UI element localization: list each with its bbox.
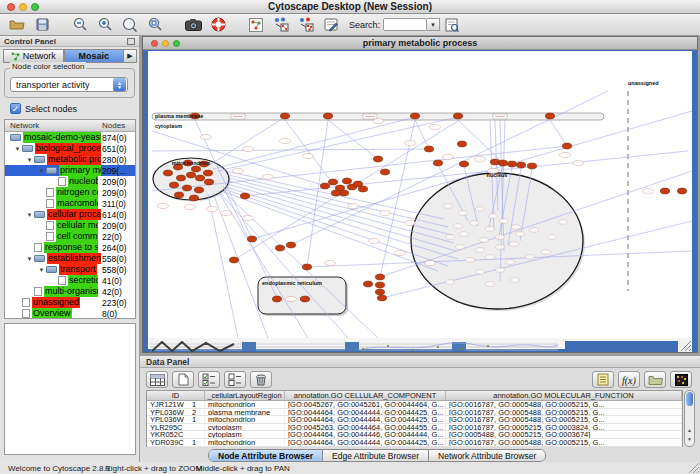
tree-row-multi-organism-pro[interactable]: multi-organism pro42(0) xyxy=(5,286,135,297)
region-label-nucleus: nucleus xyxy=(487,172,508,178)
blank-document-icon xyxy=(178,373,189,386)
graph-node xyxy=(527,163,536,169)
snapshot-button[interactable] xyxy=(182,15,204,34)
table-row-YLR295C[interactable]: YLR295Ccytoplasm[GO:0045263, GO:0044464,… xyxy=(147,424,682,432)
tree-expander-icon[interactable]: ▼ xyxy=(13,146,22,152)
delete-attribute-button[interactable] xyxy=(250,371,272,388)
table-vertical-scrollbar[interactable]: ▲ ▼ xyxy=(684,390,695,447)
scroll-down-arrow[interactable]: ▼ xyxy=(686,436,693,442)
open-session-button[interactable] xyxy=(6,15,28,34)
tree-row-mosaic-demo-yeast[interactable]: mosaic-demo-yeast874(0) xyxy=(5,132,135,143)
tab-node-attribute-browser[interactable]: Node Attribute Browser xyxy=(209,450,323,461)
tree-row-response-to-stimulu[interactable]: response to stimulu264(0) xyxy=(5,242,135,253)
table-row-YPL036W__1[interactable]: YPL036W__1mitochondrion[GO:0044464, GO:0… xyxy=(147,416,682,424)
tab-network[interactable]: Network xyxy=(3,49,64,63)
select-attributes-button[interactable] xyxy=(198,371,220,388)
graph-node xyxy=(194,187,203,193)
tree-row-biological-process[interactable]: ▼biological_process651(0) xyxy=(5,143,135,154)
column-header-0[interactable]: ID xyxy=(147,391,205,400)
zoom-fit-button[interactable] xyxy=(144,15,166,34)
tab-edge-attribute-browser[interactable]: Edge Attribute Browser xyxy=(323,450,429,461)
search-input[interactable] xyxy=(383,18,427,31)
zoom-in-button[interactable] xyxy=(94,15,116,34)
graph-node xyxy=(375,282,384,288)
graph-node xyxy=(498,160,507,166)
network-window-titlebar[interactable]: primary metabolic process xyxy=(143,37,697,50)
tree-expander-icon[interactable]: ▼ xyxy=(25,212,34,218)
layout-red-button[interactable] xyxy=(295,15,317,34)
region-label-cytoplasm: cytoplasm xyxy=(155,123,182,129)
column-header-1[interactable]: _cellularLayoutRegion xyxy=(205,391,285,400)
search-options-button[interactable] xyxy=(443,15,461,34)
help-button[interactable] xyxy=(207,15,229,34)
scroll-up-arrow[interactable]: ▲ xyxy=(686,427,693,433)
tree-row-cell-communicat[interactable]: cell communicat22(0) xyxy=(5,231,135,242)
tree-row-node-count: 41(0) xyxy=(102,276,122,286)
attribute-table-header[interactable]: ID_cellularLayoutRegionannotation.GO CEL… xyxy=(147,391,682,401)
network-canvas[interactable]: plasma membranecytoplasmunassignedmitoch… xyxy=(148,51,692,338)
graph-node xyxy=(375,274,384,280)
tree-column-headers[interactable]: Network Nodes xyxy=(5,120,135,132)
tree-expander-icon[interactable]: ▼ xyxy=(37,168,46,174)
network-overview-button[interactable] xyxy=(245,15,267,34)
tree-row-secretion[interactable]: secretion41(0) xyxy=(5,275,135,286)
graph-node xyxy=(191,166,200,172)
zoom-out-button[interactable] xyxy=(69,15,91,34)
table-cell: YLR295C xyxy=(147,424,205,431)
select-nodes-checkbox[interactable]: ✓ xyxy=(10,103,21,114)
main-toolbar: Search: ▼ xyxy=(0,14,700,36)
graph-node xyxy=(323,113,332,119)
table-row-YDR039C__1[interactable]: YDR039C__1mitochondrion[GO:0044464, GO:0… xyxy=(147,439,682,447)
import-attributes-button[interactable] xyxy=(644,371,666,388)
table-cell: [GO:0044464, GO:0044444, GO:0044425, G..… xyxy=(285,409,446,416)
save-session-button[interactable] xyxy=(31,15,53,34)
table-row-YKR052C[interactable]: YKR052Ccytoplasm[GO:0044464, GO:0044446,… xyxy=(147,431,682,439)
table-row-YJR121W__1[interactable]: YJR121W__1mitochondrion[GO:0045267, GO:0… xyxy=(147,401,682,409)
tree-row-nucleobase-[interactable]: nucleobase-209(0) xyxy=(5,176,135,187)
column-header-2[interactable]: annotation.GO CELLULAR_COMPONENT xyxy=(285,391,446,400)
formula-builder-button[interactable]: f(x) xyxy=(618,371,640,388)
unselect-attributes-button[interactable] xyxy=(224,371,246,388)
annotation-button[interactable] xyxy=(320,15,342,34)
tree-row-unassigned[interactable]: unassigned223(0) xyxy=(5,297,135,308)
tree-expander-icon[interactable]: ▼ xyxy=(25,256,34,262)
attribute-matrix-button[interactable] xyxy=(670,371,692,388)
new-attribute-button[interactable] xyxy=(172,371,194,388)
tree-row-cellular-metabol[interactable]: cellular metabol209(0) xyxy=(5,220,135,231)
tab-overflow-button[interactable]: ▶ xyxy=(124,49,137,63)
attribute-table-body: YJR121W__1mitochondrion[GO:0045267, GO:0… xyxy=(147,401,682,447)
select-all-attributes-button[interactable] xyxy=(146,371,168,388)
tree-rows: mosaic-demo-yeast874(0)▼biological_proce… xyxy=(5,132,135,319)
tree-row-primary-metabo[interactable]: ▼primary metabo209(... xyxy=(5,165,135,176)
app-resize-grip[interactable] xyxy=(689,463,699,473)
float-panel-icon[interactable] xyxy=(127,38,135,45)
attribute-list-button[interactable] xyxy=(592,371,614,388)
tree-header-nodes: Nodes xyxy=(102,121,125,130)
table-row-YPL036W__2[interactable]: YPL036W__2plasma membrane[GO:0044464, GO… xyxy=(147,409,682,417)
column-header-3[interactable]: annotation.GO MOLECULAR_FUNCTION xyxy=(446,391,682,400)
node-color-dropdown[interactable]: transporter activity ▲▼ xyxy=(10,77,128,92)
tree-row-node-count: 209(0) xyxy=(102,221,127,231)
tree-row-metabolic-process[interactable]: ▼metabolic process280(0) xyxy=(5,154,135,165)
scrollbar-thumb[interactable] xyxy=(686,392,693,406)
tab-network-attribute-browser[interactable]: Network Attribute Browser xyxy=(429,450,545,461)
node-color-dropdown-value: transporter activity xyxy=(11,80,113,90)
graph-node xyxy=(163,170,172,176)
zoom-selected-button[interactable] xyxy=(119,15,141,34)
tree-row-cellular-process[interactable]: ▼cellular process614(0) xyxy=(5,209,135,220)
layout-blue-button[interactable] xyxy=(270,15,292,34)
tree-row-establishment-of-lo[interactable]: ▼establishment of lo558(0) xyxy=(5,253,135,264)
graph-node xyxy=(320,183,329,189)
tree-row-macromolecule[interactable]: macromolecule311(0) xyxy=(5,198,135,209)
tree-row-nitrogen-compo[interactable]: nitrogen compo209(0) xyxy=(5,187,135,198)
node-color-selection-label: Node color selection xyxy=(10,62,86,71)
tab-mosaic[interactable]: Mosaic xyxy=(64,49,125,63)
graph-node xyxy=(424,146,433,152)
control-panel-header: Control Panel xyxy=(0,36,139,47)
tree-row-transport[interactable]: ▼transport558(0) xyxy=(5,264,135,275)
tree-expander-icon[interactable]: ▼ xyxy=(37,267,46,273)
search-dropdown-arrow[interactable]: ▼ xyxy=(427,18,440,31)
tree-expander-icon[interactable]: ▼ xyxy=(25,157,34,163)
tree-row-overview[interactable]: Overview8(0) xyxy=(5,308,135,319)
graph-node xyxy=(507,161,516,167)
